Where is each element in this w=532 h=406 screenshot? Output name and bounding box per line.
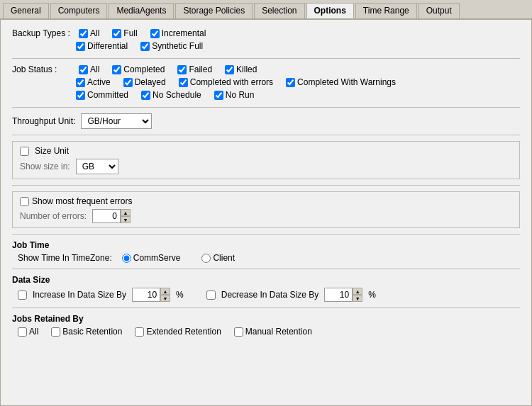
job-status-cb-r0-2[interactable] — [177, 65, 187, 74]
decrease-up-btn[interactable]: ▲ — [353, 288, 362, 295]
timezone-option-commserve: CommServe — [122, 253, 181, 263]
job-status-lbl-r0-3: Killed — [236, 64, 257, 74]
increase-unit: % — [176, 290, 184, 300]
errors-down-btn[interactable]: ▼ — [121, 216, 131, 223]
data-size-section: Data Size Increase In Data Size By ▲ ▼ %… — [12, 275, 520, 302]
backup-type-checkbox-0[interactable] — [79, 29, 88, 38]
backup-type-checkbox-3[interactable] — [76, 42, 85, 51]
size-unit-checkbox[interactable] — [20, 147, 29, 156]
increase-up-btn[interactable]: ▲ — [160, 288, 170, 295]
timezone-label-1: Client — [213, 253, 235, 263]
jobs-retained-basic-retention: Basic Retention — [51, 327, 122, 337]
timezone-radio-1[interactable] — [201, 254, 211, 263]
decrease-unit: % — [368, 290, 376, 300]
size-unit-section: Size Unit Show size in: GBMBKBTB — [12, 141, 520, 179]
throughput-select[interactable]: GB/HourMB/HourKB/Hour — [81, 113, 152, 129]
job-status-cb-r2-2[interactable] — [214, 91, 223, 100]
backup-type-label-0: All — [90, 28, 99, 38]
decrease-checkbox[interactable] — [206, 291, 216, 300]
data-size-title: Data Size — [12, 275, 520, 285]
job-status-cb-r2-1[interactable] — [141, 91, 150, 100]
job-status-lbl-r0-0: All — [90, 64, 99, 74]
backup-type-incremental: Incremental — [150, 28, 206, 38]
size-unit-label: Size Unit — [35, 146, 69, 156]
tab-bar: GeneralComputersMediaAgentsStorage Polic… — [0, 0, 532, 20]
backup-type-full: Full — [112, 28, 137, 38]
tab-storage-policies[interactable]: Storage Policies — [175, 3, 253, 18]
decrease-input[interactable] — [324, 288, 353, 302]
tab-options[interactable]: Options — [306, 3, 354, 18]
backup-type-label-3: Differential — [87, 41, 128, 51]
jobs-retained-cb-3[interactable] — [234, 327, 243, 337]
tab-general[interactable]: General — [3, 3, 49, 18]
errors-checkbox[interactable] — [20, 197, 29, 206]
job-status-cb-r1-2[interactable] — [179, 78, 188, 87]
tab-mediaagents[interactable]: MediaAgents — [109, 3, 174, 18]
timezone-label: Show Time In TimeZone: — [18, 253, 112, 263]
jobs-retained-lbl-0: All — [29, 327, 38, 337]
backup-type-differential: Differential — [76, 41, 128, 51]
tab-selection[interactable]: Selection — [254, 3, 304, 18]
tab-computers[interactable]: Computers — [50, 3, 108, 18]
job-status-lbl-r0-1: Completed — [123, 64, 165, 74]
content-panel: Backup Types : AllFullIncremental Differ… — [0, 20, 532, 406]
errors-section: Show most frequent errors Number of erro… — [12, 191, 520, 228]
increase-input[interactable] — [132, 288, 160, 302]
job-status-lbl-r2-1: No Schedule — [153, 90, 201, 100]
decrease-down-btn[interactable]: ▼ — [353, 295, 362, 302]
job-status-cb-r1-3[interactable] — [286, 78, 295, 87]
backup-type-label-4: Synthetic Full — [152, 41, 203, 51]
job-status-lbl-r2-0: Committed — [87, 90, 128, 100]
backup-types-section: Backup Types : AllFullIncremental Differ… — [12, 28, 520, 51]
job-status-lbl-r1-2: Completed with errors — [190, 77, 273, 87]
show-size-label: Show size in: — [20, 162, 70, 171]
jobs-retained-lbl-2: Extended Retention — [146, 327, 221, 337]
backup-type-checkbox-4[interactable] — [140, 42, 150, 51]
increase-down-btn[interactable]: ▼ — [160, 295, 170, 302]
job-status-all: All — [79, 64, 99, 74]
tab-output[interactable]: Output — [419, 3, 460, 18]
job-status-cb-r1-0[interactable] — [76, 78, 85, 87]
jobs-retained-all: All — [18, 327, 38, 337]
job-status-lbl-r1-1: Delayed — [135, 77, 166, 87]
job-status-killed: Killed — [225, 64, 257, 74]
job-status-cb-r0-1[interactable] — [112, 65, 121, 74]
job-status-cb-r2-0[interactable] — [76, 91, 85, 100]
job-status-cb-r0-0[interactable] — [79, 65, 88, 74]
job-status-active: Active — [76, 77, 111, 87]
increase-checkbox[interactable] — [18, 291, 27, 300]
backup-type-checkbox-2[interactable] — [150, 29, 160, 38]
job-time-section: Job Time Show Time In TimeZone: CommServ… — [12, 240, 520, 263]
jobs-retained-cb-1[interactable] — [51, 327, 60, 337]
tab-time-range[interactable]: Time Range — [355, 3, 417, 18]
job-status-cb-r0-3[interactable] — [225, 65, 234, 74]
job-status-section: Job Status : AllCompletedFailedKilled Ac… — [12, 64, 520, 100]
job-status-delayed: Delayed — [123, 77, 166, 87]
backup-type-label-2: Incremental — [162, 28, 206, 38]
job-status-no-run: No Run — [214, 90, 255, 100]
throughput-section: Throughput Unit: GB/HourMB/HourKB/Hour — [12, 113, 520, 129]
job-status-label: Job Status : — [12, 64, 76, 74]
timezone-option-client: Client — [201, 253, 235, 263]
number-of-errors-label: Number of errors: — [20, 211, 87, 221]
job-status-lbl-r1-0: Active — [87, 77, 111, 87]
jobs-retained-cb-0[interactable] — [18, 327, 27, 337]
job-status-cb-r1-1[interactable] — [123, 78, 133, 87]
increase-label: Increase In Data Size By — [33, 290, 126, 300]
jobs-retained-extended-retention: Extended Retention — [135, 327, 221, 337]
backup-type-all: All — [79, 28, 99, 38]
job-time-title: Job Time — [12, 240, 520, 250]
job-status-lbl-r0-2: Failed — [189, 64, 212, 74]
job-status-no-schedule: No Schedule — [141, 90, 201, 100]
jobs-retained-lbl-1: Basic Retention — [62, 327, 122, 337]
backup-type-checkbox-1[interactable] — [112, 29, 121, 38]
jobs-retained-lbl-3: Manual Retention — [245, 327, 312, 337]
errors-up-btn[interactable]: ▲ — [121, 209, 131, 216]
size-unit-select[interactable]: GBMBKBTB — [76, 159, 118, 174]
job-status-completed-with-warnings: Completed With Warnings — [286, 77, 396, 87]
timezone-radio-0[interactable] — [122, 254, 131, 263]
decrease-label: Decrease In Data Size By — [221, 290, 318, 300]
errors-input[interactable] — [92, 209, 121, 223]
jobs-retained-cb-2[interactable] — [135, 327, 144, 337]
job-status-completed-with-errors: Completed with errors — [179, 77, 273, 87]
